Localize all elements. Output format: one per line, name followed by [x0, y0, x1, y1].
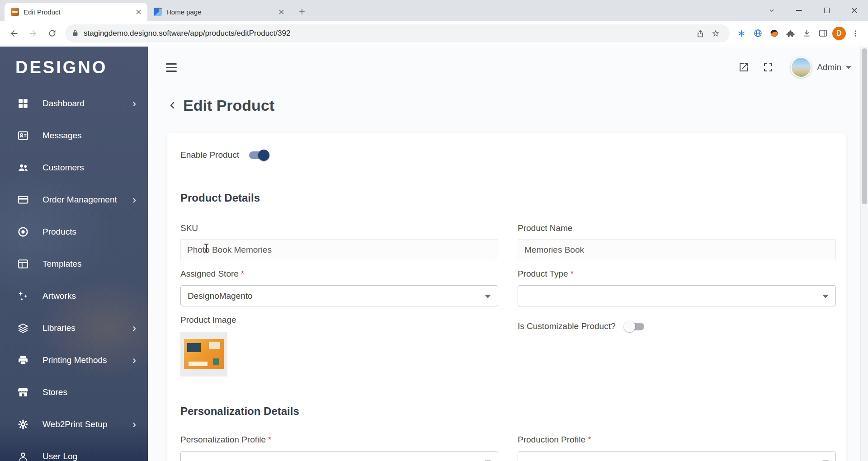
sidebar-item-order-management[interactable]: Order Management › [0, 183, 148, 216]
stores-icon [17, 386, 29, 398]
production-profile-select[interactable] [518, 451, 836, 461]
extension-snowflake-icon[interactable] [733, 25, 750, 42]
chevron-right-icon: › [132, 419, 136, 430]
sidebar-item-products[interactable]: Products [0, 216, 148, 248]
product-image [184, 339, 224, 369]
chevron-right-icon: › [132, 194, 136, 205]
main-area: Admin Edit Product Enable Product Produc… [148, 47, 860, 461]
customers-icon [17, 162, 29, 174]
chevron-down-icon[interactable] [846, 66, 851, 69]
title-row: Edit Product [166, 95, 860, 115]
section-product-details: Product Details [180, 190, 836, 206]
designo-favicon [11, 8, 19, 16]
production-profile-label: Production Profile* [518, 433, 836, 446]
browser-profile-avatar[interactable]: D [831, 25, 847, 42]
browser-menu-kebab-icon[interactable] [847, 25, 863, 42]
browser-tab-edit-product[interactable]: Edit Product [5, 3, 147, 21]
back-icon[interactable] [5, 24, 24, 43]
enable-product-row: Enable Product [180, 146, 836, 164]
sidebar-item-stores[interactable]: Stores [0, 376, 148, 408]
sidebar-item-templates[interactable]: Templates [0, 248, 148, 280]
user-avatar[interactable] [791, 57, 811, 78]
sidebar: DESIGNO Dashboard › Messages [0, 47, 148, 461]
sidebar-item-user-log[interactable]: User Log [0, 440, 148, 461]
required-asterisk: * [241, 269, 244, 279]
window-controls [758, 0, 868, 21]
sku-label: SKU [180, 222, 498, 235]
page-title: Edit Product [183, 97, 274, 114]
chevron-right-icon: › [132, 98, 136, 109]
chevron-right-icon: › [132, 323, 136, 334]
tab-close-icon[interactable] [276, 6, 287, 17]
enable-product-label: Enable Product [180, 150, 239, 160]
sidebar-item-libraries[interactable]: Libraries › [0, 312, 148, 344]
window-minimize-button[interactable] [785, 0, 813, 21]
libraries-icon [17, 322, 29, 334]
extension-globe-icon[interactable] [750, 25, 766, 42]
sidebar-item-customers[interactable]: Customers [0, 151, 148, 183]
extensions-puzzle-icon[interactable] [782, 25, 798, 42]
page-scrollbar[interactable] [860, 47, 868, 461]
printing-methods-icon [17, 354, 29, 366]
is-customizable-label: Is Customizable Product? [518, 321, 616, 331]
window-close-button[interactable] [840, 0, 868, 21]
user-log-icon [17, 451, 29, 461]
artworks-icon [17, 290, 29, 302]
browser-toolbar: stagingdemo.designo.software/app/product… [0, 21, 868, 46]
chevron-right-icon: › [132, 355, 136, 366]
forward-icon[interactable] [24, 24, 42, 43]
sidebar-item-artworks[interactable]: Artworks [0, 280, 148, 312]
is-customizable-toggle[interactable] [625, 321, 644, 332]
order-management-icon [17, 194, 29, 206]
page-content: DESIGNO Dashboard › Messages [0, 47, 868, 461]
designo-logo: DESIGNO [0, 47, 148, 77]
tab-title: Edit Product [24, 8, 128, 16]
url-text[interactable]: stagingdemo.designo.software/app/product… [84, 29, 693, 38]
product-name-input[interactable] [518, 239, 836, 260]
window-maximize-button[interactable] [813, 0, 840, 21]
enable-product-toggle[interactable] [249, 150, 269, 161]
assigned-store-label: Assigned Store* [180, 268, 498, 280]
sidebar-item-printing-methods[interactable]: Printing Methods › [0, 344, 148, 376]
fullscreen-icon[interactable] [759, 58, 777, 76]
messages-icon [17, 130, 29, 141]
share-icon[interactable] [693, 26, 708, 41]
browser-tab-home-page[interactable]: Home page [147, 3, 290, 21]
open-in-new-icon[interactable] [735, 58, 753, 76]
product-image-label: Product Image [180, 314, 498, 326]
product-type-label: Product Type* [518, 268, 836, 280]
sidebar-item-messages[interactable]: Messages [0, 119, 148, 151]
new-tab-button[interactable] [295, 5, 309, 19]
sku-input[interactable] [180, 239, 498, 260]
app-topbar: Admin [148, 47, 860, 88]
section-personalization-details: Personalization Details [180, 404, 836, 419]
user-name[interactable]: Admin [817, 62, 841, 72]
bookmark-star-icon[interactable] [708, 26, 723, 41]
personalization-profile-select[interactable] [180, 451, 498, 461]
product-image-thumbnail[interactable] [180, 332, 227, 376]
address-bar[interactable]: stagingdemo.designo.software/app/product… [65, 24, 730, 42]
scrollbar-thumb[interactable] [862, 48, 867, 204]
assigned-store-select[interactable]: DesignoMagento [180, 285, 498, 306]
web2print-gear-icon [17, 419, 29, 430]
sidebar-item-dashboard[interactable]: Dashboard › [0, 87, 148, 119]
reload-icon[interactable] [42, 24, 61, 43]
lock-icon [71, 29, 79, 37]
tab-strip: Edit Product Home page [0, 0, 868, 21]
download-icon[interactable] [798, 25, 815, 42]
templates-icon [17, 258, 29, 270]
tab-search-icon[interactable] [758, 0, 785, 21]
tab-close-icon[interactable] [133, 6, 144, 17]
products-icon [17, 226, 29, 238]
back-chevron-icon[interactable] [166, 99, 179, 112]
dashboard-icon [17, 98, 29, 109]
product-name-label: Product Name [518, 222, 836, 235]
sidebar-item-web2print-setup[interactable]: Web2Print Setup › [0, 408, 148, 440]
tab-title: Home page [166, 8, 271, 16]
personalization-profile-label: Personalization Profile* [180, 433, 498, 446]
hamburger-menu-icon[interactable] [166, 57, 186, 77]
is-customizable-row: Is Customizable Product? [518, 317, 836, 335]
side-panel-icon[interactable] [815, 25, 831, 42]
product-type-select[interactable] [518, 285, 836, 306]
extension-kiwi-icon[interactable] [766, 25, 782, 42]
